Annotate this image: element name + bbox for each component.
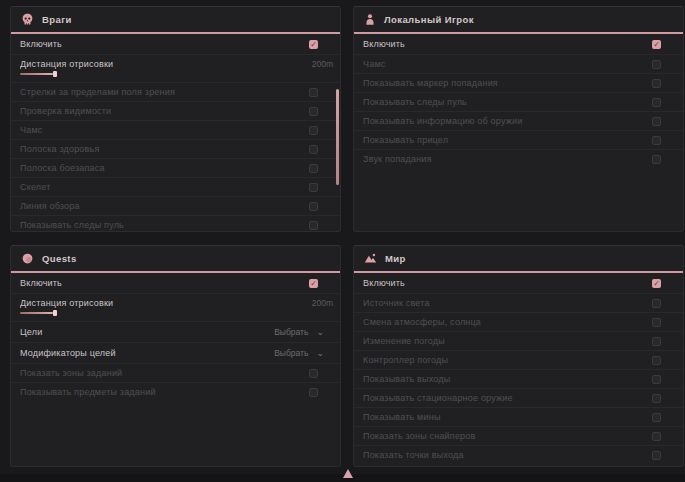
panel-header: Quests	[11, 246, 340, 273]
settings-row: Показать точки выхода	[354, 445, 683, 464]
checkbox[interactable]	[309, 221, 318, 230]
settings-row: Показывать маркер попадания	[354, 73, 683, 92]
skull-icon	[21, 13, 34, 26]
row-label: Показать точки выхода	[363, 450, 652, 460]
settings-row: Показывать предметы заданий	[11, 382, 340, 401]
row-label: Включить	[363, 39, 652, 49]
checkbox[interactable]	[652, 98, 661, 107]
slider-handle[interactable]	[53, 310, 57, 316]
settings-row: Звук попадания	[354, 149, 683, 168]
row-label: Показывать следы пуль	[363, 97, 652, 107]
mouse-cursor	[343, 469, 353, 478]
checkbox[interactable]	[309, 107, 318, 116]
row-label: Показывать информацию об оружии	[363, 116, 652, 126]
settings-row: Изменение погоды	[354, 331, 683, 350]
slider-value: 200m	[312, 59, 333, 69]
row-label: Показывать выходы	[363, 374, 652, 384]
person-icon	[364, 13, 376, 26]
settings-row: Скелет	[11, 177, 340, 196]
chevron-down-icon[interactable]: ⌄	[316, 349, 324, 357]
settings-row[interactable]: Модификаторы целейВыбрать⌄	[11, 342, 340, 363]
row-label: Скелет	[20, 182, 309, 192]
checkbox[interactable]	[652, 413, 661, 422]
checkbox[interactable]	[309, 388, 318, 397]
scrollbar[interactable]	[336, 89, 339, 185]
checkbox[interactable]	[652, 136, 661, 145]
checkbox[interactable]	[309, 183, 318, 192]
checkbox[interactable]	[652, 337, 661, 346]
settings-row[interactable]: ЦелиВыбрать⌄	[11, 321, 340, 342]
panel-body: Включить✓Дистанция отрисовки200mСтрелки …	[11, 34, 340, 231]
settings-row: Показывать стационарное оружие	[354, 388, 683, 407]
row-label: Цели	[20, 327, 274, 337]
circle-icon	[21, 252, 34, 265]
checkbox[interactable]: ✓	[309, 40, 318, 49]
slider-handle[interactable]	[53, 71, 57, 77]
row-label: Показать зоны заданий	[20, 368, 309, 378]
checkbox[interactable]	[652, 60, 661, 69]
checkbox[interactable]	[652, 318, 661, 327]
checkbox[interactable]	[652, 299, 661, 308]
row-label: Чамс	[20, 125, 309, 135]
checkbox[interactable]	[309, 88, 318, 97]
settings-row: Контроллер погоды	[354, 350, 683, 369]
checkbox[interactable]	[309, 369, 318, 378]
checkbox[interactable]	[309, 202, 318, 211]
panel-world: Мир Включить✓Источник светаСмена атмосфе…	[353, 245, 684, 467]
checkbox[interactable]: ✓	[652, 279, 661, 288]
checkbox[interactable]	[652, 432, 661, 441]
render-distance-slider[interactable]	[20, 312, 53, 314]
panel-body: Включить✓Источник светаСмена атмосферы, …	[354, 273, 683, 466]
settings-row: Чамс	[11, 120, 340, 139]
checkbox[interactable]	[652, 375, 661, 384]
settings-row: Показать зоны заданий	[11, 363, 340, 382]
dropdown-value[interactable]: Выбрать	[274, 348, 308, 358]
checkbox[interactable]	[652, 451, 661, 460]
checkbox[interactable]	[652, 155, 661, 164]
settings-row: Полоска боезапаса	[11, 158, 340, 177]
checkbox[interactable]	[309, 145, 318, 154]
slider-row-top: Дистанция отрисовки200m	[20, 59, 333, 69]
settings-row: Стрелки за пределами поля зрения	[11, 82, 340, 101]
row-label: Модификаторы целей	[20, 348, 274, 358]
settings-row: Включить✓	[11, 273, 340, 293]
row-label: Включить	[20, 39, 309, 49]
settings-row: Показывать мины	[354, 407, 683, 426]
row-label: Показывать стационарное оружие	[363, 393, 652, 403]
checkbox[interactable]	[309, 126, 318, 135]
row-label: Проверка видимости	[20, 106, 309, 116]
settings-row: Источник света	[354, 293, 683, 312]
panel-header: Локальный Игрок	[354, 7, 683, 34]
checkbox[interactable]	[652, 394, 661, 403]
settings-row: Включить✓	[354, 34, 683, 54]
settings-row: Показывать следы пуль	[354, 92, 683, 111]
row-label: Контроллер погоды	[363, 355, 652, 365]
settings-row: Линия обзора	[11, 196, 340, 215]
row-label: Показывать маркер попадания	[363, 78, 652, 88]
settings-row: Чамс	[354, 54, 683, 73]
settings-row: Включить✓	[11, 34, 340, 54]
dropdown-value[interactable]: Выбрать	[274, 327, 308, 337]
checkbox[interactable]	[309, 164, 318, 173]
settings-row: Показывать прицел	[354, 130, 683, 149]
row-label: Показывать мины	[363, 412, 652, 422]
checkbox[interactable]	[652, 117, 661, 126]
settings-row: Дистанция отрисовки200m	[11, 54, 340, 82]
settings-row: Включить✓	[354, 273, 683, 293]
row-label: Звук попадания	[363, 154, 652, 164]
checkbox[interactable]: ✓	[309, 279, 318, 288]
checkbox[interactable]	[652, 356, 661, 365]
row-label: Дистанция отрисовки	[20, 298, 304, 308]
settings-row: Показать зоны снайперов	[354, 426, 683, 445]
row-label: Показать зоны снайперов	[363, 431, 652, 441]
mountains-icon	[364, 252, 377, 265]
row-label: Источник света	[363, 298, 652, 308]
row-label: Чамс	[363, 59, 652, 69]
checkbox[interactable]	[652, 79, 661, 88]
chevron-down-icon[interactable]: ⌄	[316, 328, 324, 336]
slider-value: 200m	[312, 298, 333, 308]
panel-local-player: Локальный Игрок Включить✓ЧамсПоказывать …	[353, 6, 684, 232]
checkbox[interactable]: ✓	[652, 40, 661, 49]
render-distance-slider[interactable]	[20, 73, 53, 75]
row-label: Стрелки за пределами поля зрения	[20, 87, 309, 97]
